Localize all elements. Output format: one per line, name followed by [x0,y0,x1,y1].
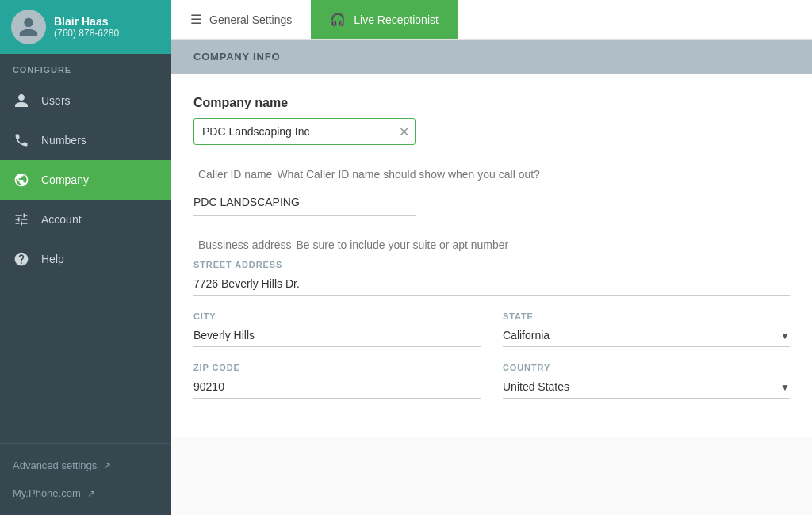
caller-id-input[interactable] [193,189,416,216]
country-select[interactable]: United States Canada Mexico United Kingd… [503,376,790,399]
street-label: STREET ADDRESS [193,260,790,269]
state-select[interactable]: California Alabama Alaska Arizona Colora… [503,324,790,347]
user-info: Blair Haas (760) 878-6280 [54,15,119,39]
sidebar: Blair Haas (760) 878-6280 CONFIGURE User… [0,0,171,515]
sidebar-item-users-label: Users [41,94,71,107]
zip-input[interactable] [193,376,481,399]
live-receptionist-tab[interactable]: 🎧 Live Receptionist [311,0,458,39]
sidebar-item-company[interactable]: Company [0,160,171,200]
my-phone-link[interactable]: My.Phone.com ↗ [0,479,171,507]
city-label: CITY [193,311,481,321]
city-state-row: CITY STATE California Alabama Alaska Ari… [193,311,790,347]
company-name-input-wrapper: ✕ [193,118,416,145]
clear-company-name-button[interactable]: ✕ [399,124,409,139]
address-section: STREET ADDRESS [193,260,790,296]
zip-col: ZIP CODE [193,363,481,399]
form-area: Company name ✕ Caller ID nameWhat Caller… [171,74,812,437]
advanced-settings-label: Advanced settings [13,460,97,471]
sidebar-item-account-label: Account [41,213,82,226]
sidebar-item-company-label: Company [41,174,89,186]
configure-label: CONFIGURE [0,54,171,81]
caller-id-label: Caller ID nameWhat Caller ID name should… [193,167,790,181]
company-name-input[interactable] [193,118,416,145]
state-select-wrapper: California Alabama Alaska Arizona Colora… [503,324,790,347]
sidebar-item-account[interactable]: Account [0,200,171,239]
globe-icon [13,171,30,189]
sidebar-item-help-label: Help [41,253,64,265]
country-label: COUNTRY [503,363,790,372]
question-icon [13,250,30,268]
advanced-settings-link[interactable]: Advanced settings ↗ [0,452,171,479]
sidebar-header: Blair Haas (760) 878-6280 [0,0,171,54]
company-name-group: Company name ✕ [193,96,790,145]
sidebar-item-help[interactable]: Help [0,239,171,279]
user-icon [13,92,30,109]
city-col: CITY [193,311,481,347]
zip-label: ZIP CODE [193,363,481,372]
my-phone-label: My.Phone.com [13,487,81,499]
sliders-icon [13,211,30,228]
user-name: Blair Haas [54,15,119,28]
section-header: COMPANY INFO [171,40,812,74]
external-link-icon: ↗ [103,460,111,471]
sidebar-item-numbers-label: Numbers [41,134,86,147]
user-phone: (760) 878-6280 [54,28,119,39]
sidebar-item-users[interactable]: Users [0,81,171,120]
phone-icon [13,132,30,149]
zip-country-row: ZIP CODE COUNTRY United States Canada Me… [193,363,790,399]
state-col: STATE California Alabama Alaska Arizona … [503,311,790,347]
headset-icon: 🎧 [330,12,346,27]
external-link-icon-2: ↗ [87,488,95,499]
caller-id-hint: What Caller ID name should show when you… [277,168,540,181]
sidebar-item-numbers[interactable]: Numbers [0,120,171,160]
country-col: COUNTRY United States Canada Mexico Unit… [503,363,790,399]
country-select-wrapper: United States Canada Mexico United Kingd… [503,376,790,399]
caller-id-group: Caller ID nameWhat Caller ID name should… [193,167,790,216]
sidebar-bottom: Advanced settings ↗ My.Phone.com ↗ [0,443,171,515]
settings-icon: ☰ [190,12,201,27]
state-label: STATE [503,311,790,321]
content-area: COMPANY INFO Company name ✕ Caller ID na… [171,40,812,515]
topbar: ☰ General Settings 🎧 Live Receptionist [171,0,812,40]
general-settings-tab-label: General Settings [209,13,292,26]
general-settings-tab[interactable]: ☰ General Settings [171,0,311,39]
company-name-label: Company name [193,96,790,110]
city-input[interactable] [193,324,481,347]
business-address-label: Bussiness addressBe sure to include your… [193,238,790,252]
business-address-group: Bussiness addressBe sure to include your… [193,238,790,399]
live-receptionist-tab-label: Live Receptionist [354,13,439,26]
main-area: ☰ General Settings 🎧 Live Receptionist C… [171,0,812,515]
street-input[interactable] [193,273,790,296]
avatar [11,10,46,44]
business-address-hint: Be sure to include your suite or apt num… [297,238,509,251]
